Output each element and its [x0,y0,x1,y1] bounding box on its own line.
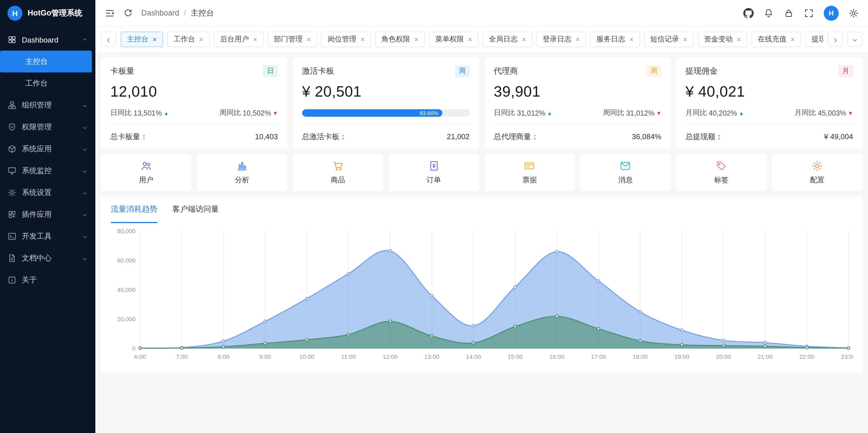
tab-item[interactable]: 资金变动× [698,31,747,47]
tab-label: 全局日志 [489,34,518,44]
tab-close-icon[interactable]: × [199,35,204,43]
app-logo[interactable]: H HotGo管理系统 [0,0,95,26]
tab-item[interactable]: 岗位管理× [321,31,371,47]
tab-close-icon[interactable]: × [576,35,580,43]
tab-item[interactable]: 角色权限× [375,31,425,47]
tab-label: 菜单权限 [435,34,464,44]
trend-up-icon: ▲ [547,110,552,116]
sidebar-item-permissions[interactable]: 权限管理 [0,116,95,138]
tab-close-icon[interactable]: × [307,35,311,43]
sidebar-item-settings[interactable]: 系统设置 [0,182,95,204]
trend-down-icon: ▼ [273,110,278,116]
quick-action-orders[interactable]: 订单 [389,154,479,191]
tab-item[interactable]: 提现管理× [805,31,823,47]
tab-close-icon[interactable]: × [683,35,687,43]
sidebar-item-label: 系统监控 [22,166,52,176]
tab-close-icon[interactable]: × [153,35,157,43]
quick-action-users[interactable]: 用户 [101,154,191,191]
quick-action-tickets[interactable]: 票据 [485,154,575,191]
tab-item[interactable]: 菜单权限× [429,31,478,47]
main-column: Dashboard / 主控台 H 主控台×工作台×后台用户×部门管理×岗位管理… [95,0,868,433]
bell-icon[interactable] [764,8,774,18]
stat-card-value: 39,901 [494,83,661,100]
svg-text:13:00: 13:00 [424,353,439,360]
tab-close-icon[interactable]: × [522,35,526,43]
tabs-scroll-right-button[interactable] [828,32,843,47]
tab-client-visits[interactable]: 客户端访问量 [172,197,219,223]
sidebar-subitem-workbench[interactable]: 工作台 [0,73,92,94]
svg-text:21:00: 21:00 [758,353,773,360]
avatar[interactable]: H [824,5,839,21]
tab-item[interactable]: 部门管理× [268,31,317,47]
sidebar: H HotGo管理系统 Dashboard主控台工作台组织管理权限管理系统应用系… [0,0,95,433]
activation-progress-bar: 83.66% [302,109,470,117]
sidebar-subitem-console[interactable]: 主控台 [0,51,92,73]
quick-action-tags[interactable]: 标签 [676,154,767,191]
breadcrumb-root[interactable]: Dashboard [141,9,179,17]
sidebar-collapse-icon[interactable] [104,8,115,18]
tabs-scroll-left-button[interactable] [101,32,116,47]
stat-card-badge: 月 [838,65,853,77]
trend-down-icon: ▼ [656,110,661,116]
about-icon [7,276,17,285]
tab-close-icon[interactable]: × [361,35,365,43]
chevron-right-icon [832,36,839,42]
tabbar: 主控台×工作台×后台用户×部门管理×岗位管理×角色权限×菜单权限×全局日志×登录… [95,26,868,52]
tab-traffic-trend[interactable]: 流量消耗趋势 [111,197,157,223]
svg-text:40,000: 40,000 [117,286,135,293]
tab-close-icon[interactable]: × [629,35,633,43]
quick-action-goods[interactable]: 商品 [293,154,383,191]
tab-item[interactable]: 在线充值× [751,31,801,47]
quick-action-analytics[interactable]: 分析 [197,154,287,191]
chevron-left-icon [105,36,112,42]
sidebar-item-monitoring[interactable]: 系统监控 [0,160,95,182]
tab-item[interactable]: 服务日志× [590,31,640,47]
stat-card-value: ¥ 40,021 [686,83,854,100]
breadcrumb-current[interactable]: 主控台 [191,8,214,18]
stat-card-header: 提现佣金月 [686,65,854,77]
metric-value: 13,501% [133,109,162,117]
stat-footer-label: 总提现额： [686,132,723,142]
sidebar-item-label: 文档中心 [22,253,52,263]
quick-action-messages[interactable]: 消息 [581,154,671,191]
tab-item[interactable]: 主控台× [121,31,163,47]
config-icon [811,160,823,172]
tab-close-icon[interactable]: × [737,35,741,43]
quick-action-label: 用户 [139,175,153,185]
tab-close-icon[interactable]: × [468,35,472,43]
header-actions: H [743,5,859,21]
quick-action-label: 配置 [810,175,824,185]
trend-up-icon: ▲ [739,110,744,116]
sidebar-item-system-apps[interactable]: 系统应用 [0,138,95,160]
fullscreen-icon[interactable] [804,8,814,18]
tab-close-icon[interactable]: × [253,35,257,43]
github-icon[interactable] [743,8,754,18]
sidebar-item-about[interactable]: 关于 [0,269,95,291]
sidebar-item-plugins[interactable]: 插件应用 [0,204,95,225]
sidebar-item-dashboard[interactable]: Dashboard [0,29,95,51]
tab-item[interactable]: 登录日志× [536,31,586,47]
settings-gear-icon[interactable] [848,8,859,18]
quick-action-config[interactable]: 配置 [772,154,862,191]
tab-close-icon[interactable]: × [414,35,418,43]
tab-label: 工作台 [174,34,195,44]
svg-text:8:00: 8:00 [218,353,229,360]
quick-actions-row: 用户分析商品订单票据消息标签配置 [101,154,862,191]
tab-label: 登录日志 [543,34,571,44]
tab-item[interactable]: 短信记录× [644,31,694,47]
chevron-down-icon [851,36,858,42]
tab-item[interactable]: 后台用户× [214,31,264,47]
tab-label: 部门管理 [274,34,303,44]
metric-label: 月同比 [686,108,707,118]
sidebar-item-devtools[interactable]: 开发工具 [0,225,95,247]
sidebar-item-organization[interactable]: 组织管理 [0,94,95,116]
tabs-menu-button[interactable] [847,32,862,47]
tab-item[interactable]: 全局日志× [483,31,532,47]
tab-label: 服务日志 [596,34,625,44]
tab-close-icon[interactable]: × [790,35,795,43]
sidebar-item-docs[interactable]: 文档中心 [0,247,95,269]
tab-label: 主控台 [127,34,149,44]
tab-item[interactable]: 工作台× [167,31,210,47]
refresh-icon[interactable] [123,8,133,18]
lock-icon[interactable] [783,8,794,18]
